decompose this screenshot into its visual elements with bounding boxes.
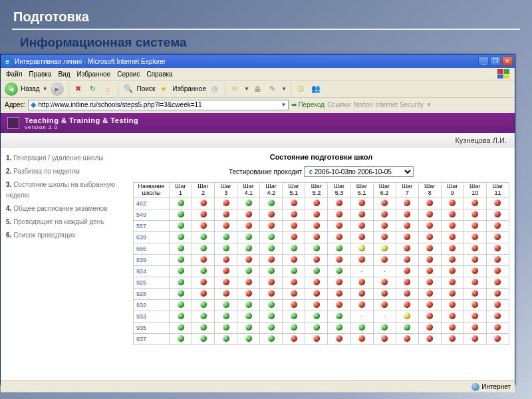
- school-cell[interactable]: 666: [134, 243, 170, 254]
- zone-label: Интернет: [481, 383, 511, 390]
- school-cell[interactable]: 839: [134, 254, 170, 265]
- school-cell[interactable]: 937: [134, 333, 170, 344]
- menu-tools[interactable]: Сервис: [117, 70, 140, 78]
- status-dot-icon: [471, 222, 478, 229]
- menu-view[interactable]: Вид: [58, 70, 70, 78]
- filter-select[interactable]: с 2006-10-03по 2006-10-05: [304, 166, 414, 177]
- status-dot-icon: [404, 200, 410, 206]
- school-cell[interactable]: 933: [134, 311, 170, 322]
- status-dot-icon: [200, 324, 207, 331]
- status-cell: [237, 311, 260, 322]
- nav-item-6[interactable]: 6. Список проводящих: [6, 230, 129, 241]
- col-step: Шаг3: [215, 183, 237, 198]
- school-cell[interactable]: 928: [134, 288, 170, 299]
- school-cell[interactable]: 935: [134, 322, 170, 333]
- menu-help[interactable]: Справка: [146, 70, 172, 78]
- status-dot-icon: [245, 211, 252, 217]
- status-cell: [486, 231, 509, 243]
- encoding-icon[interactable]: ⊡: [295, 83, 307, 95]
- status-dot-icon: [426, 279, 433, 285]
- status-dot-icon: [223, 313, 229, 319]
- status-dot-icon: [358, 245, 365, 251]
- menu-favorites[interactable]: Избранное: [76, 70, 110, 78]
- menu-edit[interactable]: Правка: [29, 70, 52, 78]
- messenger-icon[interactable]: 👥: [310, 83, 322, 95]
- favorites-label[interactable]: Избранное: [172, 85, 206, 92]
- status-dot-icon: [471, 267, 478, 274]
- titlebar[interactable]: e Интерактивная линия - Microsoft Intern…: [1, 55, 515, 68]
- school-cell[interactable]: 549: [134, 209, 170, 220]
- status-dot-icon: [268, 313, 275, 319]
- status-cell: [305, 333, 328, 344]
- app-title: Teaching & Training & Testing: [25, 116, 138, 124]
- status-dot-icon: [381, 301, 388, 308]
- back-label[interactable]: Назад: [21, 85, 40, 92]
- status-dot-icon: [449, 290, 456, 297]
- menu-file[interactable]: Файл: [6, 70, 23, 78]
- refresh-button[interactable]: ↻: [87, 83, 99, 95]
- status-cell: [305, 231, 328, 243]
- close-button[interactable]: ✕: [502, 57, 513, 66]
- status-dot-icon: [404, 233, 410, 240]
- status-dot-icon: [471, 324, 478, 331]
- browser-viewport[interactable]: Teaching & Training & Testing version 2.…: [1, 112, 515, 380]
- nav-item-3[interactable]: 3. Состояние школы на выбранную неделю: [6, 180, 129, 201]
- status-dot-icon: [381, 233, 388, 240]
- status-cell: [396, 288, 418, 299]
- status-dot-icon: [494, 256, 501, 263]
- col-step: Шаг6.2: [373, 183, 396, 198]
- go-button[interactable]: ➡ Переход: [291, 101, 325, 108]
- favorites-icon[interactable]: ★: [158, 83, 170, 95]
- school-cell[interactable]: 639: [134, 231, 170, 243]
- nav-item-1[interactable]: 1. Генерация / удаление школы: [6, 153, 129, 164]
- nav-item-5[interactable]: 5. Проводящие на каждый день: [6, 217, 129, 227]
- address-input[interactable]: ◆ http://www.intline.ru/schools/steps5.p…: [28, 100, 289, 110]
- status-cell: [260, 198, 283, 209]
- norton-label[interactable]: Norton Internet Security: [353, 101, 424, 108]
- school-cell[interactable]: 462: [134, 198, 170, 209]
- status-dot-icon: [336, 279, 342, 285]
- nav-item-4[interactable]: 4. Общее расписание экзаменов: [6, 203, 129, 214]
- status-cell: [305, 311, 328, 322]
- school-cell[interactable]: 932: [134, 299, 170, 311]
- back-button[interactable]: ◄: [5, 82, 18, 96]
- status-cell: -: [373, 311, 396, 322]
- status-cell: [418, 277, 441, 288]
- links-label[interactable]: Ссылки: [327, 101, 350, 108]
- status-dot-icon: [449, 335, 456, 342]
- print-icon[interactable]: 🖶: [252, 83, 264, 95]
- status-dot-icon: [426, 211, 433, 217]
- status-cell: [418, 231, 441, 243]
- history-icon[interactable]: ◷: [209, 83, 221, 95]
- mail-icon[interactable]: ✉: [229, 83, 241, 95]
- home-button[interactable]: ⌂: [102, 83, 114, 95]
- status-dot-icon: [245, 233, 252, 240]
- status-cell: [464, 254, 486, 265]
- minimize-button[interactable]: _: [478, 57, 489, 66]
- status-dot-icon: [313, 290, 320, 297]
- search-icon[interactable]: 🔍: [122, 83, 134, 95]
- school-cell[interactable]: 925: [134, 277, 170, 288]
- edit-icon[interactable]: ✎: [267, 83, 279, 95]
- school-cell[interactable]: 557: [134, 220, 170, 231]
- status-dot-icon: [223, 233, 229, 240]
- status-dot-icon: [245, 222, 252, 229]
- maximize-button[interactable]: ❐: [490, 57, 501, 66]
- nav-item-2[interactable]: 2. Разбивка по неделям: [6, 166, 129, 177]
- status-cell: [215, 243, 237, 254]
- search-label[interactable]: Поиск: [137, 85, 156, 92]
- school-cell[interactable]: 924: [134, 265, 170, 277]
- status-cell: [350, 322, 373, 333]
- stop-button[interactable]: ✖: [72, 83, 84, 95]
- status-cell: [396, 299, 418, 311]
- status-dot-icon: [336, 313, 342, 319]
- status-dot-icon: [291, 301, 297, 308]
- status-dot-icon: [381, 290, 388, 297]
- slide-subtitle: Информационная система: [0, 35, 532, 54]
- status-cell: [305, 209, 328, 220]
- status-cell: [464, 311, 486, 322]
- status-dot-icon: [291, 267, 297, 274]
- user-name: Кузнецова Л.И.: [455, 136, 507, 144]
- status-cell: [350, 231, 373, 243]
- status-dot-icon: [245, 313, 252, 319]
